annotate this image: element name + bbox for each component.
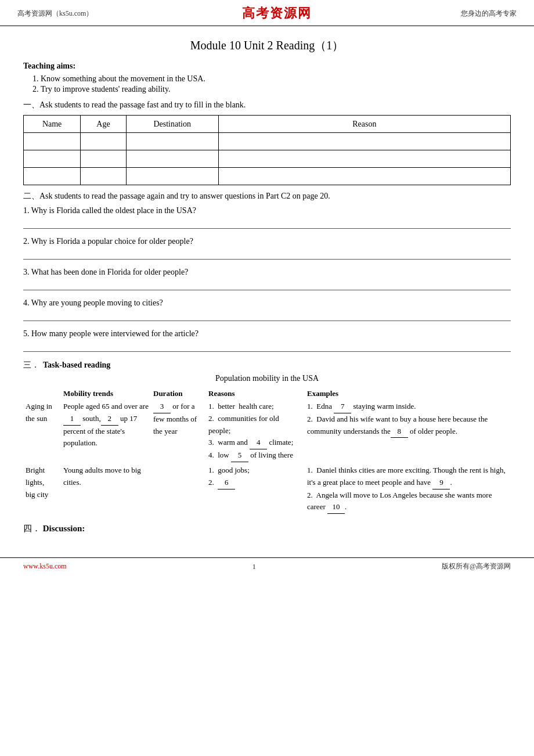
teaching-aim-1: Know something about the movement in the… xyxy=(41,74,511,84)
teaching-aim-2: Try to improve students' reading ability… xyxy=(41,85,511,94)
blank-1: 1 xyxy=(63,413,81,426)
question-text-4: 4. Why are young people moving to cities… xyxy=(23,298,511,308)
table-cell xyxy=(81,133,127,150)
question-text-1: 1. Why is Florida called the oldest plac… xyxy=(23,206,511,215)
page-title: Module 10 Unit 2 Reading（1） xyxy=(23,38,511,53)
bright-reasons: 1. good jobs; 2. 6 xyxy=(206,463,305,515)
aging-side-label: Aging inthe sun xyxy=(23,399,61,463)
blank-8: 8 xyxy=(391,426,408,438)
section4-label: 四． xyxy=(23,524,41,533)
task-title: Task-based reading xyxy=(43,361,110,370)
section2: 二、Ask students to read the passage again… xyxy=(23,191,511,352)
answer-line-1 xyxy=(23,228,511,229)
th-mobility: Mobility trends xyxy=(61,388,151,399)
task-center-title: Population mobility in the USA xyxy=(23,374,511,383)
page-footer: www.ks5u.com 1 版权所有@高考资源网 xyxy=(0,557,534,575)
question-4: 4. Why are young people moving to cities… xyxy=(23,298,511,321)
col-age: Age xyxy=(81,116,127,133)
col-destination: Destination xyxy=(126,116,218,133)
table-row xyxy=(24,150,511,168)
footer-url: www.ks5u.com xyxy=(23,562,67,571)
footer-copyright: 版权所有@高考资源网 xyxy=(442,561,511,571)
question-2: 2. Why is Florida a popular choice for o… xyxy=(23,237,511,260)
question-text-3: 3. What has been done in Florida for old… xyxy=(23,268,511,277)
blank-5: 5 xyxy=(231,449,248,462)
table-cell xyxy=(218,168,510,185)
table-cell xyxy=(81,150,127,168)
task-header-row: Mobility trends Duration Reasons Example… xyxy=(23,388,511,399)
blank-9: 9 xyxy=(432,477,450,489)
bright-duration xyxy=(151,463,206,515)
footer-page-number: 1 xyxy=(252,562,257,571)
blank-2: 2 xyxy=(101,413,118,426)
question-5: 5. How many people were interviewed for … xyxy=(23,329,511,352)
table-cell xyxy=(24,168,81,185)
answer-line-3 xyxy=(23,290,511,290)
question-text-2: 2. Why is Florida a popular choice for o… xyxy=(23,237,511,246)
answer-line-5 xyxy=(23,351,511,352)
question-1: 1. Why is Florida called the oldest plac… xyxy=(23,206,511,229)
bright-side-label: Bright lights,big city xyxy=(23,463,61,515)
bright-row: Bright lights,big city Young adults move… xyxy=(23,463,511,515)
th-empty xyxy=(23,388,61,399)
table-cell xyxy=(24,133,81,150)
header-left: 高考资源网（ks5u.com） xyxy=(17,9,93,19)
aging-examples: 1. Edna 7 staying warm inside. 2. David … xyxy=(305,399,511,463)
blank-3: 3 xyxy=(153,401,171,413)
section3-label: 三． xyxy=(23,360,39,370)
table-cell xyxy=(218,150,510,168)
answer-line-4 xyxy=(23,321,511,321)
th-examples: Examples xyxy=(305,388,511,399)
task-title-line: 三． Task-based reading xyxy=(23,360,511,370)
table-row xyxy=(24,133,511,150)
questions-section: 1. Why is Florida called the oldest plac… xyxy=(23,206,511,352)
answer-line-2 xyxy=(23,259,511,260)
section1: 一、Ask students to read the passage fast … xyxy=(23,100,511,185)
teaching-aims-list: Know something about the movement in the… xyxy=(41,74,511,94)
table-row xyxy=(24,168,511,185)
th-duration: Duration xyxy=(151,388,206,399)
col-name: Name xyxy=(24,116,81,133)
reading-table: Name Age Destination Reason xyxy=(23,115,511,185)
table-cell xyxy=(24,150,81,168)
blank-4: 4 xyxy=(250,437,267,449)
blank-6: 6 xyxy=(218,477,235,489)
question-3: 3. What has been done in Florida for old… xyxy=(23,268,511,290)
section2-instruction: 二、Ask students to read the passage again… xyxy=(23,191,511,201)
section3: 三． Task-based reading Population mobilit… xyxy=(23,360,511,515)
table-cell xyxy=(218,133,510,150)
section4: 四． Discussion: xyxy=(23,523,511,534)
question-text-5: 5. How many people were interviewed for … xyxy=(23,329,511,339)
header-right: 您身边的高考专家 xyxy=(461,9,517,19)
th-reasons: Reasons xyxy=(206,388,305,399)
blank-7: 7 xyxy=(334,401,351,413)
bright-mobility: Young adults move to big cities. xyxy=(61,463,151,515)
header-logo: 高考资源网 xyxy=(242,5,312,22)
blank-10: 10 xyxy=(327,501,345,514)
aging-mobility: People aged 65 and over are 1 south,2 up… xyxy=(61,399,151,463)
main-content: Module 10 Unit 2 Reading（1） Teaching aim… xyxy=(0,26,534,546)
task-table: Mobility trends Duration Reasons Example… xyxy=(23,388,511,515)
table-cell xyxy=(126,133,218,150)
aging-reasons: 1. better health care; 2. communities fo… xyxy=(206,399,305,463)
teaching-aims-label: Teaching aims: xyxy=(23,62,511,71)
teaching-aims: Teaching aims: Know something about the … xyxy=(23,62,511,94)
aging-row: Aging inthe sun People aged 65 and over … xyxy=(23,399,511,463)
page-header: 高考资源网（ks5u.com） 高考资源网 您身边的高考专家 xyxy=(0,0,534,26)
discussion-title: Discussion: xyxy=(43,524,85,533)
bright-examples: 1. Daniel thinks cities are more excitin… xyxy=(305,463,511,515)
table-cell xyxy=(81,168,127,185)
table-cell xyxy=(126,150,218,168)
table-cell xyxy=(126,168,218,185)
col-reason: Reason xyxy=(218,116,510,133)
section1-instruction: 一、Ask students to read the passage fast … xyxy=(23,100,511,110)
aging-duration: 3 or for a few months of the year xyxy=(151,399,206,463)
